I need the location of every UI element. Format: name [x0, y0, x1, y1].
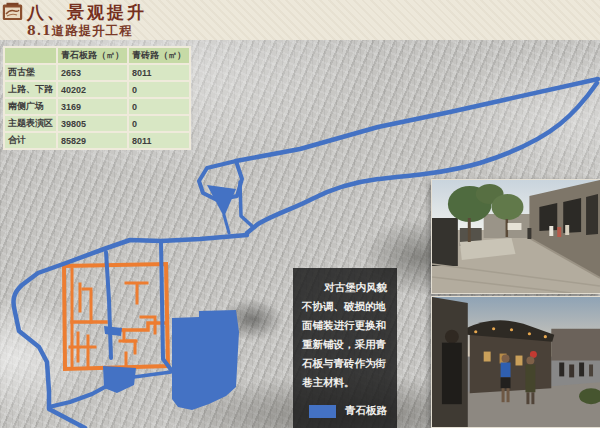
header-cell-stone-road: 青石板路（㎡）	[58, 48, 127, 63]
legend-label: 青石板路	[345, 404, 387, 418]
stone-value: 40202	[58, 82, 127, 97]
junction-link-road	[240, 182, 252, 226]
stone-road-swatch	[309, 405, 336, 418]
street-widening-area	[104, 326, 122, 336]
stone-value: 2653	[58, 65, 127, 80]
junction-link-road	[224, 215, 229, 233]
description-panel: 对古堡内风貌不协调、破损的地面铺装进行更换和重新铺设，采用青石板与青砖作为街巷主…	[293, 268, 397, 428]
north-loop-road	[236, 79, 598, 161]
south-gate-plaza-area	[103, 366, 136, 393]
row-label: 西古堡	[5, 65, 56, 80]
presentation-slide: 八、景观提升 8.1道路提升工程 青石板路（㎡） 青砖路（㎡） 西古堡 2653…	[0, 0, 600, 428]
street-photo-dusk-image	[432, 297, 600, 427]
performance-plaza-area	[172, 310, 239, 410]
row-label: 合计	[5, 133, 56, 148]
stone-value: 39805	[58, 116, 127, 131]
table-row-total: 合计 85829 8011	[5, 133, 189, 148]
row-label: 南侧广场	[5, 99, 56, 114]
table-header-row: 青石板路（㎡） 青砖路（㎡）	[5, 48, 189, 63]
page-title: 八、景观提升	[27, 2, 147, 22]
description-text: 对古堡内风貌不协调、破损的地面铺装进行更换和重新铺设，采用青石板与青砖作为街巷主…	[302, 278, 388, 392]
street-photo-dusk	[431, 296, 600, 428]
stone-value: 3169	[58, 99, 127, 114]
seal-stamp-icon	[2, 2, 23, 21]
header-cell-brick-road: 青砖路（㎡）	[129, 48, 189, 63]
brick-road-grid	[64, 264, 168, 369]
south-access-road	[49, 387, 105, 407]
fortress-lane	[70, 333, 95, 366]
legend-item-stone: 青石板路	[309, 404, 397, 418]
brick-value: 8011	[129, 65, 189, 80]
table-row: 南侧广场 3169 0	[5, 99, 189, 114]
stone-road-areas	[103, 185, 239, 410]
street-photo-day	[431, 179, 600, 294]
row-label: 上路、下路	[5, 82, 56, 97]
table-row: 上路、下路 40202 0	[5, 82, 189, 97]
table-row: 主题表演区 39805 0	[5, 116, 189, 131]
stone-value: 85829	[58, 133, 127, 148]
brick-value: 8011	[129, 133, 189, 148]
plaza-link-road	[134, 372, 171, 377]
brick-value: 0	[129, 116, 189, 131]
table-row: 西古堡 2653 8011	[5, 65, 189, 80]
junction-plaza-area	[207, 185, 236, 217]
header-cell-empty	[5, 48, 56, 63]
street-photo-day-image	[432, 180, 600, 293]
fortress-lane	[126, 283, 147, 303]
fortress-main-street	[106, 252, 111, 358]
row-label: 主题表演区	[5, 116, 56, 131]
paving-area-table: 青石板路（㎡） 青砖路（㎡） 西古堡 2653 8011 上路、下路 40202…	[3, 46, 191, 150]
title-block: 八、景观提升	[2, 2, 147, 22]
page-subtitle: 8.1道路提升工程	[27, 23, 133, 40]
fortress-lane	[83, 289, 91, 322]
brick-value: 0	[129, 99, 189, 114]
brick-value: 0	[129, 82, 189, 97]
